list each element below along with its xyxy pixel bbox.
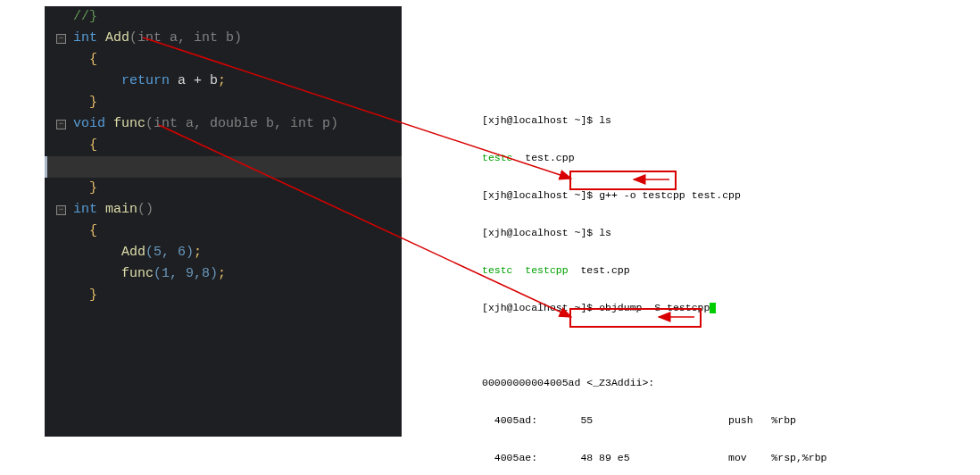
terminal-line: [xjh@localhost ~]$ ls: [482, 114, 955, 127]
terminal-line: [xjh@localhost ~]$ ls: [482, 227, 955, 239]
asm-line: 4005ae: 48 89 e5 mov %rsp,%rbp: [482, 452, 955, 464]
code-line: return a + b;: [45, 71, 402, 92]
code-line: {: [45, 221, 402, 242]
fold-icon[interactable]: −: [56, 34, 66, 44]
terminal-output[interactable]: [xjh@localhost ~]$ ls testc test.cpp [xj…: [482, 89, 955, 475]
terminal-blank: [482, 339, 955, 352]
code-line: − int main(): [45, 199, 402, 221]
code-editor[interactable]: //} − int Add(int a, int b) { return a +…: [45, 6, 402, 437]
code-line: Add(5, 6);: [45, 242, 402, 263]
terminal-line: testc testcpp test.cpp: [482, 264, 955, 277]
terminal-line: testc test.cpp: [482, 152, 955, 164]
code-line: − void func(int a, double b, int p): [45, 113, 402, 135]
code-line: func(1, 9,8);: [45, 263, 402, 285]
asm-line: 4005ad: 55 push %rbp: [482, 414, 955, 427]
code-line: //}: [45, 6, 402, 28]
asm-line: 00000000004005ad <_Z3Addii>:: [482, 377, 955, 389]
terminal-line: [xjh@localhost ~]$ objdump -S testcpp: [482, 302, 955, 314]
code-line: }: [45, 178, 402, 199]
code-line: − int Add(int a, int b): [45, 28, 402, 49]
code-line: {: [45, 49, 402, 71]
terminal-line: [xjh@localhost ~]$ g++ -o testcpp test.c…: [482, 189, 955, 202]
code-line-current: [45, 156, 402, 178]
cursor-icon: [710, 303, 716, 313]
code-line: {: [45, 135, 402, 156]
comment-text: //}: [73, 9, 97, 24]
code-line: }: [45, 285, 402, 306]
fold-icon[interactable]: −: [56, 120, 66, 129]
fold-icon[interactable]: −: [56, 205, 66, 215]
code-line: }: [45, 92, 402, 113]
